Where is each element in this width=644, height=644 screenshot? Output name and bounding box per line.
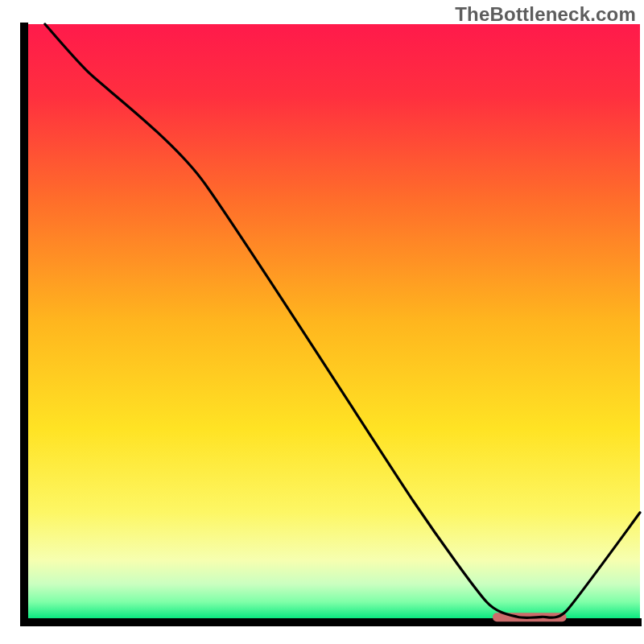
bottleneck-chart: [0, 0, 644, 644]
watermark-text: TheBottleneck.com: [455, 3, 636, 26]
plot-background: [27, 24, 640, 620]
y-axis: [20, 23, 28, 625]
chart-root: TheBottleneck.com: [0, 0, 644, 644]
